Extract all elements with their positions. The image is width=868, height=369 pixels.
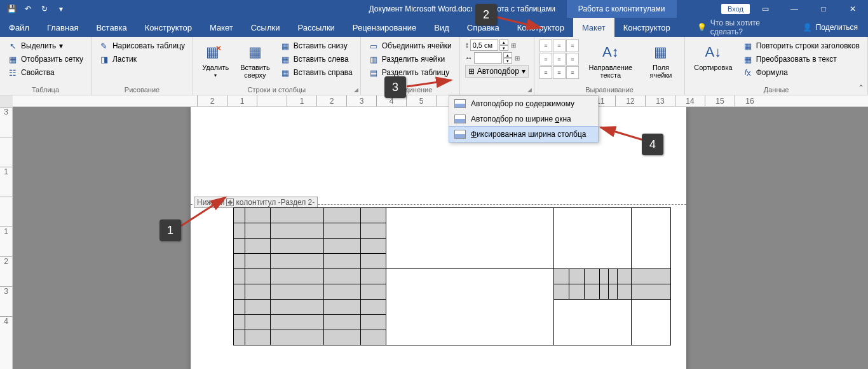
- workspace: Нижний ✥ колонтитул -Раздел 2-: [13, 107, 868, 369]
- autofit-button[interactable]: ⊞Автоподбор▾: [465, 65, 529, 78]
- align-tc[interactable]: ≡: [553, 39, 566, 52]
- tab-file[interactable]: Файл: [0, 18, 38, 37]
- insert-below-button[interactable]: ▦Вставить снизу: [278, 39, 355, 52]
- group-draw: ✎Нарисовать таблицу ◨Ластик Рисование: [92, 37, 193, 95]
- save-button[interactable]: 💾: [4, 2, 19, 16]
- launcher-cell-size[interactable]: ◢: [527, 87, 532, 93]
- tab-design[interactable]: Конструктор: [136, 18, 201, 37]
- callout-1: 1: [159, 219, 181, 241]
- callout-2: 2: [475, 4, 497, 25]
- col-width-input[interactable]: [474, 52, 502, 64]
- merge-cells-button[interactable]: ▭Объединить ячейки: [366, 39, 454, 52]
- insert-above-button[interactable]: ▦Вставить сверху: [236, 39, 274, 81]
- tab-references[interactable]: Ссылки: [242, 18, 289, 37]
- insert-left-icon: ▦: [280, 54, 290, 64]
- align-tl[interactable]: ≡: [539, 39, 552, 52]
- eraser-button[interactable]: ◨Ластик: [97, 53, 187, 66]
- arrow-1: [178, 191, 235, 229]
- tab-review[interactable]: Рецензирование: [344, 18, 425, 37]
- svg-line-3: [600, 127, 643, 140]
- width-icon: ↔: [465, 53, 473, 62]
- col-width-field[interactable]: ↔▴▾⊞: [465, 52, 529, 64]
- ruler-vertical[interactable]: 311234: [0, 107, 13, 369]
- formula-icon: fx: [743, 67, 753, 78]
- group-cell-size-label: [465, 92, 529, 94]
- split-table-icon: ▤: [369, 67, 379, 78]
- properties-icon: ☷: [8, 67, 18, 78]
- insert-left-button[interactable]: ▦Вставить слева: [278, 53, 355, 66]
- distribute-cols-icon[interactable]: ⊞: [515, 55, 520, 62]
- align-br[interactable]: ≡: [566, 66, 579, 79]
- align-tr[interactable]: ≡: [566, 39, 579, 52]
- bulb-icon: 💡: [697, 23, 707, 32]
- tab-insert[interactable]: Вставка: [87, 18, 135, 37]
- tab-view[interactable]: Вид: [425, 18, 458, 37]
- split-icon: ▥: [369, 54, 379, 64]
- quick-access-toolbar: 💾 ↶ ↻ ▾: [0, 2, 72, 16]
- footer-section-label-2: колонтитул -Раздел 2-: [236, 198, 315, 207]
- redo-button[interactable]: ↻: [37, 2, 52, 16]
- row-height-input[interactable]: [470, 39, 498, 51]
- view-gridlines-button[interactable]: ▦Отобразить сетку: [5, 53, 86, 66]
- close-button[interactable]: ✕: [839, 0, 867, 18]
- svg-line-1: [497, 17, 541, 28]
- grid-icon: ▦: [8, 54, 18, 64]
- minimize-button[interactable]: —: [780, 0, 808, 18]
- select-button[interactable]: ↖Выделить▾: [5, 39, 86, 52]
- insert-top-icon: ▦: [245, 42, 265, 62]
- autofit-icon: ⊞: [468, 67, 475, 76]
- tab-table-layout[interactable]: Макет: [573, 18, 614, 37]
- ribbon-options-button[interactable]: ▭: [751, 0, 779, 18]
- qat-customize[interactable]: ▾: [53, 2, 69, 16]
- repeat-header-button[interactable]: ▦Повторить строки заголовков: [740, 39, 862, 52]
- split-cells-button[interactable]: ▥Разделить ячейки: [366, 53, 454, 66]
- formula-button[interactable]: fxФормула: [740, 66, 862, 79]
- align-bc[interactable]: ≡: [553, 66, 566, 79]
- share-button[interactable]: 👤 Поделиться: [792, 18, 868, 37]
- group-align-label: Выравнивание: [539, 85, 679, 94]
- document-page[interactable]: Нижний ✥ колонтитул -Раздел 2-: [191, 107, 686, 369]
- undo-button[interactable]: ↶: [20, 2, 36, 16]
- align-mc[interactable]: ≡: [553, 53, 566, 66]
- autofit-contents-item[interactable]: Автоподбор по содержимому: [449, 96, 598, 111]
- draw-table-button[interactable]: ✎Нарисовать таблицу: [97, 39, 187, 52]
- properties-button[interactable]: ☷Свойства: [5, 66, 86, 79]
- cell-margins-button[interactable]: ▦Поля ячейки: [642, 39, 680, 81]
- align-bl[interactable]: ≡: [539, 66, 552, 79]
- convert-text-button[interactable]: ▦Преобразовать в текст: [740, 53, 862, 66]
- insert-right-button[interactable]: ▦Вставить справа: [278, 66, 355, 79]
- align-mr[interactable]: ≡: [566, 53, 579, 66]
- tell-me-search[interactable]: 💡 Что вы хотите сделать?: [697, 18, 792, 37]
- document-table[interactable]: [233, 207, 671, 345]
- callout-3: 3: [384, 76, 406, 98]
- fixed-width-item[interactable]: Фиксированная ширина столбца: [449, 126, 599, 143]
- callout-4: 4: [642, 134, 663, 155]
- pointer-icon: ↖: [8, 41, 18, 51]
- tab-header-design[interactable]: Конструктор: [614, 18, 679, 37]
- maximize-button[interactable]: □: [810, 0, 837, 18]
- tab-home[interactable]: Главная: [38, 18, 87, 37]
- svg-line-2: [407, 80, 451, 87]
- sort-icon: A↓: [703, 42, 723, 62]
- fixed-width-icon: [454, 130, 466, 139]
- merge-icon: ▭: [369, 41, 379, 51]
- tab-layout[interactable]: Макет: [201, 18, 242, 37]
- text-direction-button[interactable]: A↕Направление текста: [583, 39, 639, 81]
- group-cell-size: ↕▴▾⊞ ↔▴▾⊞ ⊞Автоподбор▾ ◢: [460, 37, 534, 95]
- sort-button[interactable]: A↓Сортировка: [690, 39, 736, 74]
- arrow-3: [405, 75, 456, 91]
- autofit-window-item[interactable]: Автоподбор по ширине окна: [449, 111, 598, 127]
- height-icon: ↕: [465, 41, 469, 50]
- distribute-rows-icon[interactable]: ⊞: [511, 42, 516, 49]
- collapse-ribbon-button[interactable]: ⌃: [858, 83, 864, 92]
- row-height-field[interactable]: ↕▴▾⊞: [465, 39, 529, 51]
- delete-button[interactable]: ▦✕Удалить▾: [198, 39, 233, 81]
- tab-mailings[interactable]: Рассылки: [288, 18, 343, 37]
- delete-table-icon: ▦✕: [205, 42, 226, 62]
- eraser-icon: ◨: [99, 54, 109, 64]
- align-ml[interactable]: ≡: [539, 53, 552, 66]
- login-button[interactable]: Вход: [721, 4, 750, 14]
- ruler-horizontal[interactable]: 2112345678910111213141516: [13, 95, 868, 107]
- launcher-rows-cols[interactable]: ◢: [354, 87, 358, 93]
- group-data-label: Данные: [690, 85, 862, 94]
